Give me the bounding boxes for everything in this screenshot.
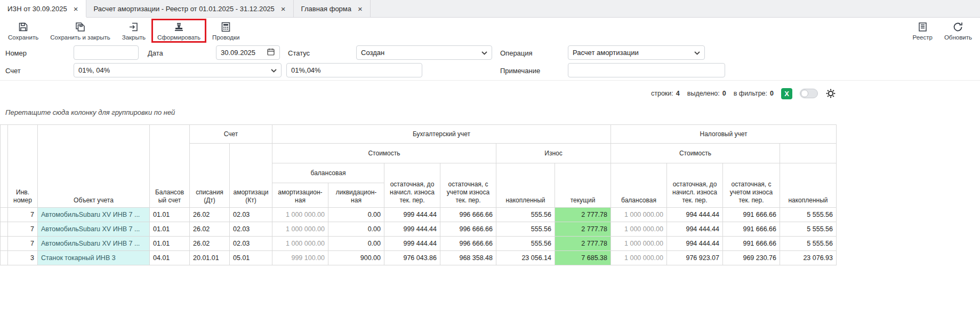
filter-toggle[interactable]	[800, 89, 818, 98]
col-header-tax-residual-before[interactable]: остаточная, до начисл. износа тек. пер.	[667, 163, 723, 208]
col-header-amort-cost[interactable]: амортизацион-ная	[272, 183, 328, 208]
col-header-residual-after[interactable]: остаточная, с учетом износа тек. пер.	[440, 163, 496, 208]
cell-tax-accumulated: 5 555.56	[780, 208, 837, 222]
settings-gear-icon[interactable]	[825, 88, 836, 99]
col-header-tax-balance[interactable]: балансовая	[611, 163, 667, 208]
col-header-accumulated[interactable]: накопленный	[496, 163, 555, 208]
save-button[interactable]: Сохранить	[2, 19, 44, 43]
group-header-accounting[interactable]: Бухгалтерский учет	[272, 125, 611, 144]
cell-inv: 7	[8, 222, 38, 237]
group-header-balance[interactable]: балансовая	[272, 163, 384, 183]
tab-label: ИЗН от 30.09.2025	[7, 5, 67, 13]
cell-amort-cost: 1 000 000.00	[272, 237, 328, 251]
tab-label: Главная форма	[301, 5, 351, 13]
refresh-button[interactable]: Обновить	[938, 19, 978, 43]
number-input[interactable]	[74, 45, 139, 60]
postings-button[interactable]: Проводки	[206, 19, 245, 43]
group-header-tax-cost[interactable]: Стоимость	[611, 144, 780, 163]
row-selector[interactable]	[1, 208, 8, 222]
col-header-inv[interactable]: Инв. номер	[8, 125, 38, 208]
table-row[interactable]: 7 АвтомобильSubaru XV ИНВ 7 ... 01.01 26…	[1, 237, 837, 251]
chevron-down-icon	[271, 66, 277, 74]
status-select[interactable]: Создан	[356, 45, 492, 60]
tab-amortization-registry[interactable]: Расчет амортизации - Реестр от 01.01.202…	[86, 0, 294, 17]
col-header-residual-before[interactable]: остаточная, до начисл. износа тек. пер.	[384, 163, 440, 208]
number-input-field[interactable]	[78, 49, 134, 57]
col-header-object[interactable]: Объект учета	[38, 125, 150, 208]
cell-writeoff-dt: 26.02	[190, 237, 230, 251]
cell-object: Станок токарный ИНВ 3	[38, 251, 150, 265]
toolbar-right: Реестр Обновить	[907, 19, 978, 43]
group-header-acc-wear[interactable]: Износ	[496, 144, 611, 163]
tab-main-form[interactable]: Главная форма ×	[294, 0, 371, 17]
note-input[interactable]	[568, 63, 725, 77]
account-value: 01%, 04%	[78, 66, 110, 74]
table-row[interactable]: 7 АвтомобильSubaru XV ИНВ 7 ... 01.01 26…	[1, 208, 837, 222]
col-header-writeoff-dt[interactable]: списания (Дт)	[190, 144, 230, 208]
group-header-tax[interactable]: Налоговый учет	[611, 125, 837, 144]
save-label: Сохранить	[8, 34, 38, 41]
cell-tax-accumulated: 5 555.56	[780, 222, 837, 237]
cell-object: АвтомобильSubaru XV ИНВ 7 ...	[38, 222, 150, 237]
col-header-tax-accumulated[interactable]: накопленный	[780, 163, 837, 208]
tab-close-icon[interactable]: ×	[281, 5, 286, 13]
cell-amort-kt: 02.03	[230, 222, 272, 237]
cell-tax-balance: 1 000 000.00	[611, 237, 667, 251]
chevron-down-icon	[694, 49, 700, 57]
tab-close-icon[interactable]: ×	[358, 5, 363, 13]
note-input-field[interactable]	[573, 66, 720, 74]
excel-export-icon[interactable]: X	[781, 88, 792, 99]
group-by-hint[interactable]: Перетащите сюда колонку для группировки …	[5, 108, 175, 116]
col-header-current[interactable]: текущий	[555, 163, 611, 208]
cell-residual-before: 999 444.44	[384, 222, 440, 237]
table-row[interactable]: 3 Станок токарный ИНВ 3 04.01 20.01.01 0…	[1, 251, 837, 265]
cell-writeoff-dt: 20.01.01	[190, 251, 230, 265]
cell-tax-residual-after: 991 666.66	[723, 208, 780, 222]
operation-select[interactable]: Расчет амортизации	[568, 45, 705, 60]
account-mask-input[interactable]	[286, 63, 422, 77]
date-input-field[interactable]	[221, 49, 263, 57]
row-selector[interactable]	[1, 222, 8, 237]
group-header-acc-cost[interactable]: Стоимость	[272, 144, 496, 163]
cell-tax-residual-before: 976 923.07	[667, 251, 723, 265]
cell-tax-residual-after: 991 666.66	[723, 237, 780, 251]
group-header-account[interactable]: Счет	[190, 125, 272, 144]
cell-object: АвтомобильSubaru XV ИНВ 7 ...	[38, 208, 150, 222]
tab-label: Расчет амортизации - Реестр от 01.01.202…	[94, 5, 275, 13]
table-row[interactable]: 7 АвтомобильSubaru XV ИНВ 7 ... 01.01 26…	[1, 222, 837, 237]
col-header-tax-residual-after[interactable]: остаточная, с учетом износа тек. пер.	[723, 163, 780, 208]
account-select[interactable]: 01%, 04%	[74, 63, 282, 77]
cell-liquidation: 0.00	[328, 237, 384, 251]
operation-label: Операция	[500, 49, 533, 57]
cell-tax-residual-before: 994 444.44	[667, 222, 723, 237]
col-header-amort-kt[interactable]: амортизаци (Кт)	[230, 144, 272, 208]
cell-residual-after: 996 666.66	[440, 222, 496, 237]
calendar-icon[interactable]	[267, 48, 275, 58]
cell-accumulated: 555.56	[496, 222, 555, 237]
tab-close-icon[interactable]: ×	[74, 5, 78, 13]
col-header-liquidation[interactable]: ликвидацион-ная	[328, 183, 384, 208]
cell-tax-balance: 1 000 000.00	[611, 222, 667, 237]
generate-button[interactable]: Сформировать	[151, 19, 206, 43]
grid-panel: строки:4 выделено:0 в фильтре:0 X	[0, 80, 980, 314]
close-button[interactable]: Закрыть	[116, 19, 151, 43]
cell-residual-after: 996 666.66	[440, 208, 496, 222]
rows-count: 4	[676, 90, 680, 97]
row-selector[interactable]	[1, 237, 8, 251]
cell-inv: 7	[8, 237, 38, 251]
row-selector-header	[1, 125, 8, 208]
row-selector[interactable]	[1, 251, 8, 265]
cell-liquidation: 900.00	[328, 251, 384, 265]
cell-writeoff-dt: 26.02	[190, 208, 230, 222]
group-header-tax-wear	[780, 144, 837, 163]
registry-button[interactable]: Реестр	[907, 19, 938, 43]
account-mask-field[interactable]	[291, 66, 417, 74]
cell-tax-residual-after: 969 230.76	[723, 251, 780, 265]
col-header-balance-account[interactable]: Балансовый счет	[150, 125, 190, 208]
stamp-icon	[173, 21, 184, 33]
tab-izn[interactable]: ИЗН от 30.09.2025 ×	[0, 0, 86, 17]
cell-residual-after: 996 666.66	[440, 237, 496, 251]
cell-balance-account: 01.01	[150, 208, 190, 222]
save-and-close-button[interactable]: Сохранить и закрыть	[44, 19, 116, 43]
date-input[interactable]	[216, 45, 280, 60]
